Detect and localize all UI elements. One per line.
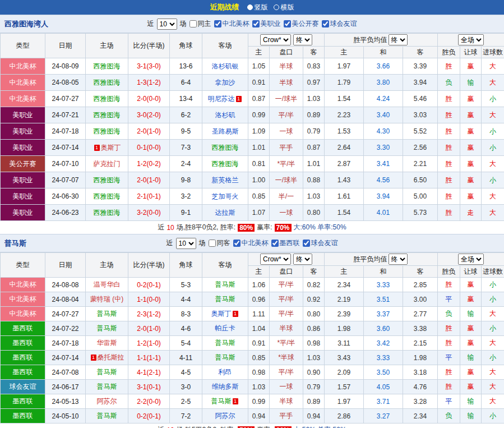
result-wdl: 负 bbox=[438, 409, 460, 424]
home-team[interactable]: 普马斯 bbox=[86, 409, 128, 424]
home-team-name: 西雅图海 bbox=[94, 79, 121, 86]
corners-score: 8-3 bbox=[170, 307, 202, 321]
match-date: 24-06-30 bbox=[45, 188, 86, 205]
home-team-name: 普马斯 bbox=[97, 412, 117, 420]
home-team-name: 萨克拉门 bbox=[94, 160, 121, 168]
recent-count-select[interactable]: 10 bbox=[176, 238, 196, 249]
away-team[interactable]: 拿加沙 bbox=[202, 75, 248, 91]
results-table-seattle: 类型 日期 主场 比分(半场) 角球 客场 Crow*终 胜平负均值终 全场 主… bbox=[0, 33, 504, 221]
handicap-stage-select[interactable]: 终 bbox=[293, 254, 312, 265]
home-team[interactable]: 西雅图海 bbox=[86, 123, 128, 140]
result-handicap: 输 bbox=[460, 307, 482, 321]
home-team[interactable]: 西雅图海 bbox=[86, 107, 128, 123]
avg-stage-select[interactable]: 终 bbox=[389, 254, 408, 265]
home-team[interactable]: 阿苏尔 bbox=[86, 394, 128, 409]
home-team[interactable]: 西雅图海 bbox=[86, 188, 128, 205]
avg-away-odds: 3.38 bbox=[403, 321, 438, 336]
avg-away-odds: 3.03 bbox=[403, 107, 438, 123]
away-team[interactable]: 明尼苏达1 bbox=[202, 91, 248, 107]
recent-count-select[interactable]: 10 bbox=[157, 19, 177, 30]
layout-radio-horizontal[interactable]: 横版 bbox=[274, 3, 294, 12]
away-team[interactable]: 洛杉矶银 bbox=[202, 58, 248, 75]
away-team[interactable]: 洛杉矶 bbox=[202, 107, 248, 123]
col-header-ah-away: 客 bbox=[303, 47, 325, 58]
away-team[interactable]: 普马斯 bbox=[202, 351, 248, 365]
away-team[interactable]: 圣路易斯 bbox=[202, 123, 248, 140]
checkbox[interactable] bbox=[189, 20, 197, 27]
away-team-name: 普马斯 bbox=[215, 295, 235, 303]
home-team[interactable]: 西雅图海 bbox=[86, 75, 128, 91]
home-team[interactable]: 蒙特瑞 (中) bbox=[86, 292, 128, 307]
home-team[interactable]: 萨克拉门 bbox=[86, 156, 128, 172]
same-venue-checkbox[interactable]: 同主 bbox=[189, 19, 211, 29]
corners-score: 7-2 bbox=[170, 409, 202, 424]
home-team[interactable]: 1奥斯丁 bbox=[86, 140, 128, 156]
match-score: 0-1(0-0) bbox=[128, 140, 170, 156]
league-filter-checkbox[interactable]: 美职业 bbox=[252, 19, 281, 29]
league-filter-checkbox[interactable]: 中北美杯 bbox=[214, 19, 249, 29]
checkbox[interactable] bbox=[252, 20, 260, 27]
away-team[interactable]: 普马斯 bbox=[202, 292, 248, 307]
odds-company-select[interactable]: Crow* bbox=[260, 254, 291, 265]
avg-stage-select[interactable]: 终 bbox=[389, 34, 408, 45]
away-team[interactable]: 阿苏尔 bbox=[202, 409, 248, 424]
home-team[interactable]: 西雅图海 bbox=[86, 205, 128, 221]
handicap-stage-select[interactable]: 终 bbox=[293, 34, 312, 45]
home-team[interactable]: 华雷斯 bbox=[86, 336, 128, 351]
away-team[interactable]: 奥斯丁1 bbox=[202, 307, 248, 321]
checkbox[interactable] bbox=[214, 20, 221, 27]
same-venue-checkbox[interactable]: 同客 bbox=[209, 238, 230, 248]
away-team[interactable]: 西雅图海 bbox=[202, 140, 248, 156]
avg-home-odds: 1.61 bbox=[325, 188, 364, 205]
home-team[interactable]: 普马斯 bbox=[86, 321, 128, 336]
home-team[interactable]: 普马斯 bbox=[86, 307, 128, 321]
result-handicap: 赢 bbox=[460, 188, 482, 205]
avg-home-odds: 1.53 bbox=[325, 123, 364, 140]
checkbox[interactable] bbox=[322, 20, 329, 27]
avg-draw-odds: 3.50 bbox=[364, 365, 403, 380]
radio-selected-icon bbox=[247, 4, 253, 10]
home-team[interactable]: 温哥华白 bbox=[86, 278, 128, 292]
result-goals: 大 bbox=[482, 380, 504, 394]
away-team[interactable]: 西雅图海 bbox=[202, 156, 248, 172]
checkbox[interactable] bbox=[284, 20, 291, 27]
league-filter-checkbox[interactable]: 墨西联 bbox=[271, 238, 300, 248]
checkbox[interactable] bbox=[233, 240, 241, 247]
home-team[interactable]: 1桑托斯拉 bbox=[86, 351, 128, 365]
home-team[interactable]: 西雅图海 bbox=[86, 91, 128, 107]
away-team[interactable]: 新英格兰 bbox=[202, 172, 248, 188]
result-wdl: 胜 bbox=[438, 205, 460, 221]
checkbox[interactable] bbox=[271, 240, 279, 247]
home-team[interactable]: 普马斯 bbox=[86, 380, 128, 394]
away-team[interactable]: 帕丘卡 bbox=[202, 321, 248, 336]
layout-radio-vertical[interactable]: 竖版 bbox=[247, 3, 268, 12]
home-team[interactable]: 西雅图海 bbox=[86, 172, 128, 188]
checkbox[interactable] bbox=[209, 240, 216, 247]
checkbox[interactable] bbox=[303, 240, 310, 247]
home-team[interactable]: 普马斯 bbox=[86, 365, 128, 380]
odds-company-select[interactable]: Crow* bbox=[260, 34, 291, 45]
away-team[interactable]: 普马斯 bbox=[202, 336, 248, 351]
away-team[interactable]: 普马斯1 bbox=[202, 394, 248, 409]
league-filter-checkbox[interactable]: 球会友谊 bbox=[303, 238, 338, 248]
away-team-name: 洛杉矶银 bbox=[212, 62, 239, 70]
away-team[interactable]: 维纳多斯 bbox=[202, 380, 248, 394]
match-row: 球会友谊 24-06-17 普马斯 3-1(0-1) 3-0 维纳多斯 1.03… bbox=[1, 380, 504, 394]
handicap-home-odds: 0.94 bbox=[248, 409, 270, 424]
away-team[interactable]: 普马斯 bbox=[202, 278, 248, 292]
league-filter-checkbox[interactable]: 球会友谊 bbox=[322, 19, 357, 29]
league-filter-checkbox[interactable]: 中北美杯 bbox=[233, 238, 269, 248]
away-team[interactable]: 利昂 bbox=[202, 365, 248, 380]
scope-select[interactable]: 全场 bbox=[458, 34, 484, 45]
away-team[interactable]: 芝加哥火 bbox=[202, 188, 248, 205]
away-team[interactable]: 达拉斯 bbox=[202, 205, 248, 221]
result-wdl: 胜 bbox=[438, 172, 460, 188]
match-row: 墨西联 24-07-08 普马斯 4-1(2-1) 4-5 利昂 0.98 平/… bbox=[1, 365, 504, 380]
result-wdl: 胜 bbox=[438, 278, 460, 292]
away-team-name: 拿加沙 bbox=[215, 79, 235, 86]
handicap-rate-badge: 60% bbox=[275, 426, 292, 428]
scope-select[interactable]: 全场 bbox=[458, 254, 484, 265]
home-team[interactable]: 西雅图海 bbox=[86, 58, 128, 75]
league-filter-checkbox[interactable]: 美公开赛 bbox=[284, 19, 319, 29]
corners-score: 9-5 bbox=[170, 123, 202, 140]
